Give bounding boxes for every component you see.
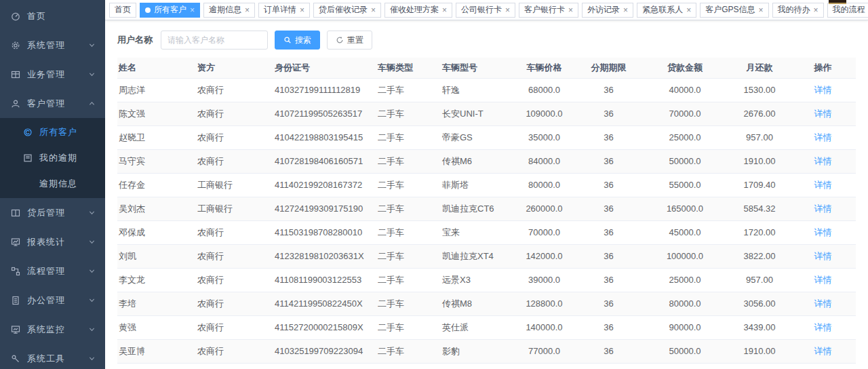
cell-loan-amount: 90000.0 [641, 315, 729, 339]
sidebar-item-label: 业务管理 [27, 69, 88, 81]
chart-icon [10, 237, 21, 248]
cell-action: 详情 [790, 149, 856, 173]
cell-id-number: 410325199709223094 [273, 339, 376, 363]
content-panel: 用户名称 搜索 重置 [105, 20, 868, 369]
sidebar-item-post-loan-management[interactable]: 贷后管理 [0, 198, 105, 227]
cropped-top-image [829, 0, 846, 4]
sidebar-item-business-management[interactable]: 业务管理 [0, 60, 105, 89]
cell-vehicle-price: 260000.0 [512, 197, 576, 220]
detail-link[interactable]: 详情 [814, 275, 832, 285]
detail-link[interactable]: 详情 [814, 322, 832, 332]
reset-button-label: 重置 [347, 35, 363, 46]
sidebar-item-system-management[interactable]: 系统管理 [0, 31, 105, 60]
office-icon [10, 295, 21, 306]
cell-id-number: 41142119950822450X [273, 292, 376, 315]
tab-home[interactable]: 首页 [109, 3, 136, 18]
detail-link[interactable]: 详情 [814, 156, 832, 166]
detail-link[interactable]: 详情 [814, 132, 832, 142]
tab-visit-records[interactable]: 外访记录× [582, 3, 633, 18]
cell-vehicle-model: 英仕派 [441, 315, 512, 339]
cell-vehicle-type: 二手车 [376, 339, 441, 363]
close-icon[interactable]: × [814, 6, 818, 14]
sidebar-item-process-management[interactable]: 流程管理 [0, 256, 105, 286]
gear-icon [10, 40, 21, 51]
tab-customer-bank-card[interactable]: 客户银行卡× [519, 3, 578, 18]
sidebar-item-label: 逾期信息 [39, 178, 105, 190]
cell-loan-amount: 60000.0 [641, 363, 729, 369]
sidebar-item-report-statistics[interactable]: 报表统计 [0, 227, 105, 256]
detail-link[interactable]: 详情 [814, 227, 832, 237]
column-header-id-number: 身份证号 [273, 58, 376, 78]
cell-funder: 农商行 [196, 220, 273, 244]
cell-action: 详情 [790, 197, 856, 220]
detail-link[interactable]: 详情 [814, 109, 832, 119]
close-icon[interactable]: × [758, 6, 763, 14]
cell-funder: 农商行 [196, 125, 273, 149]
column-header-vehicle-model: 车辆型号 [441, 58, 512, 78]
tags-view-bar: 首页所有客户×逾期信息×订单详情×贷后催收记录×催收处理方案×公司银行卡×客户银… [105, 0, 868, 20]
detail-link[interactable]: 详情 [814, 203, 832, 214]
chevron-down-icon [88, 238, 96, 246]
tab-customer-gps[interactable]: 客户GPS信息× [700, 3, 768, 18]
close-icon[interactable]: × [568, 6, 573, 14]
sidebar-item-system-monitor[interactable]: 系统监控 [0, 315, 105, 344]
cell-vehicle-model: 轩逸 [441, 78, 512, 102]
cell-monthly-payment: 1720.00 [729, 220, 790, 244]
search-button[interactable]: 搜索 [275, 31, 320, 50]
table-row: 吴刘杰工商银行412724199309175190二手车凯迪拉克CT626000… [117, 197, 856, 220]
sidebar-item-office-management[interactable]: 办公管理 [0, 286, 105, 315]
detail-link[interactable]: 详情 [814, 346, 832, 356]
cell-installment-term: 36 [576, 173, 641, 197]
tab-label: 所有客户 [154, 4, 186, 16]
tab-my-process[interactable]: 我的流程× [827, 3, 868, 18]
close-icon[interactable]: × [442, 6, 447, 14]
tab-company-bank-card[interactable]: 公司银行卡× [456, 3, 515, 18]
close-icon[interactable]: × [623, 6, 628, 14]
detail-link[interactable]: 详情 [814, 180, 832, 190]
tab-collection-records[interactable]: 贷后催收记录× [313, 3, 381, 18]
sidebar-item-label: 我的逾期 [39, 152, 105, 164]
tab-emergency-contacts[interactable]: 紧急联系人× [637, 3, 696, 18]
cell-funder: 农商行 [196, 292, 273, 315]
table-row: 邓保成农商行411503198708280010二手车宝来70000.03645… [117, 220, 856, 244]
cell-action: 详情 [790, 244, 856, 268]
sidebar-item-overdue-info[interactable]: 逾期信息 [0, 171, 105, 197]
sidebar-item-home[interactable]: 首页 [0, 1, 105, 31]
cell-vehicle-type: 二手车 [376, 244, 441, 268]
cell-vehicle-price: 109000.0 [512, 102, 576, 125]
close-icon[interactable]: × [686, 6, 691, 14]
customer-name-input[interactable] [161, 31, 268, 50]
close-icon[interactable]: × [300, 6, 304, 14]
tab-my-todo[interactable]: 我的待办× [772, 3, 824, 18]
tab-label: 催收处理方案 [390, 4, 439, 16]
close-icon[interactable]: × [505, 6, 510, 14]
cell-funder: 工商银行 [196, 363, 273, 369]
tab-all-customers[interactable]: 所有客户× [140, 3, 200, 18]
column-header-vehicle-type: 车辆类型 [376, 58, 441, 78]
tab-collection-plan[interactable]: 催收处理方案× [384, 3, 452, 18]
sidebar-item-all-customers[interactable]: 所有客户 [0, 119, 105, 145]
detail-link[interactable]: 详情 [814, 85, 832, 95]
detail-link[interactable]: 详情 [814, 251, 832, 261]
tab-overdue-info[interactable]: 逾期信息× [203, 3, 255, 18]
tab-label: 贷后催收记录 [319, 4, 368, 16]
sidebar-item-customer-management[interactable]: 客户管理 [0, 89, 105, 118]
cell-installment-term: 36 [576, 268, 641, 292]
close-icon[interactable]: × [190, 6, 195, 14]
cell-name: 吴亚博 [117, 339, 196, 363]
cell-name: 周志洋 [117, 78, 196, 102]
search-label: 用户名称 [117, 34, 153, 46]
cell-funder: 工商银行 [196, 197, 273, 220]
sidebar-item-my-overdue[interactable]: 我的逾期 [0, 145, 105, 171]
close-icon[interactable]: × [245, 6, 250, 14]
tab-order-detail[interactable]: 订单详情× [258, 3, 310, 18]
cell-vehicle-model: 凯迪拉克CT6 [441, 197, 512, 220]
reset-button[interactable]: 重置 [327, 31, 372, 50]
close-icon[interactable]: × [371, 6, 376, 14]
cell-id-number: 411081199003122553 [273, 268, 376, 292]
sidebar-item-label: 系统工具 [27, 353, 88, 365]
sidebar-item-system-tools[interactable]: 系统工具 [0, 344, 105, 369]
detail-link[interactable]: 详情 [814, 298, 832, 309]
blank-icon [22, 178, 33, 189]
cell-vehicle-type: 二手车 [376, 292, 441, 315]
